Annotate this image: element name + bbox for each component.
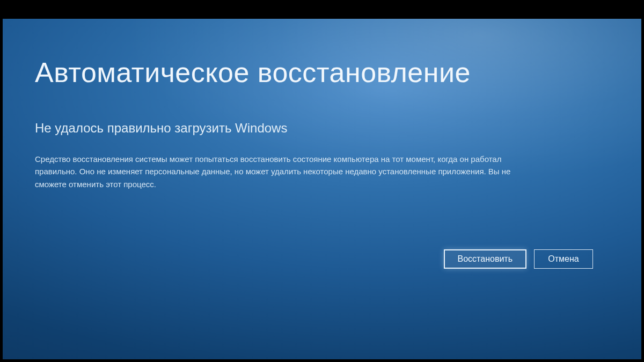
cancel-button[interactable]: Отмена — [534, 249, 593, 269]
recovery-screen: Автоматическое восстановление Не удалось… — [3, 19, 641, 359]
restore-button[interactable]: Восстановить — [444, 249, 526, 269]
button-row: Восстановить Отмена — [444, 249, 593, 269]
error-subtitle: Не удалось правильно загрузить Windows — [35, 121, 609, 136]
recovery-description: Средство восстановления системы может по… — [35, 153, 529, 190]
page-title: Автоматическое восстановление — [35, 56, 609, 88]
